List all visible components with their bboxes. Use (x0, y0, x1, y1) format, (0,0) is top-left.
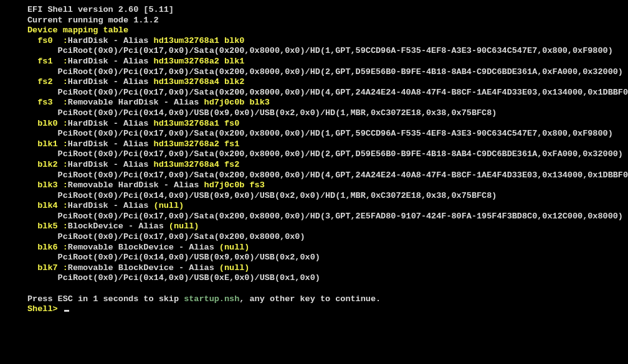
alias-label: Alias (123, 201, 154, 210)
device-path: PciRoot(0x0)/Pci(0x17,0x0)/Sata(0x200,0x… (27, 232, 628, 243)
device-entry: blk0 :HardDisk - Alias hd13um32768a1 fs0 (27, 119, 628, 129)
device-alias: hd13um32768a1 blk0 (154, 36, 245, 45)
device-entry: blk1 :HardDisk - Alias hd13um32768a2 fs1 (27, 139, 628, 150)
device-path: PciRoot(0x0)/Pci(0x17,0x0)/Sata(0x200,0x… (27, 129, 628, 139)
device-name: fs2 : (37, 77, 68, 86)
device-alias: (null) (219, 263, 250, 273)
device-type: HardDisk - (68, 57, 123, 66)
device-entry: fs2 :HardDisk - Alias hd13um32768a4 blk2 (27, 77, 628, 88)
device-name: blk5 : (37, 222, 68, 231)
alias-label: Alias (123, 77, 154, 86)
device-alias: hd13um32768a4 blk2 (154, 77, 245, 86)
device-path: PciRoot(0x0)/Pci(0x14,0x0)/USB(0x9,0x0)/… (27, 253, 628, 263)
device-name: fs0 : (37, 36, 68, 45)
device-path: PciRoot(0x0)/Pci(0x14,0x0)/USB(0xE,0x0)/… (27, 273, 628, 284)
device-type: HardDisk - (68, 77, 123, 86)
device-entry: blk6 :Removable BlockDevice - Alias (nul… (27, 243, 628, 253)
device-type: HardDisk - (68, 201, 123, 210)
cursor-icon (64, 310, 69, 312)
shell-prompt[interactable]: Shell> (27, 304, 628, 315)
device-name: blk7 : (37, 263, 68, 273)
device-type: Removable BlockDevice - (68, 263, 189, 273)
device-path: PciRoot(0x0)/Pci(0x17,0x0)/Sata(0x200,0x… (27, 67, 628, 78)
device-alias: hd13um32768a4 fs2 (154, 160, 240, 169)
footer-press-line: Press ESC in 1 seconds to skip startup.n… (27, 294, 628, 305)
device-path: PciRoot(0x0)/Pci(0x14,0x0)/USB(0x9,0x0)/… (27, 108, 628, 119)
device-entry: blk3 :Removable HardDisk - Alias hd7j0c0… (27, 180, 628, 191)
alias-label: Alias (123, 57, 154, 66)
device-entry: blk7 :Removable BlockDevice - Alias (nul… (27, 263, 628, 274)
alias-label: Alias (189, 243, 219, 252)
device-entry: fs0 :HardDisk - Alias hd13um32768a1 blk0 (27, 36, 628, 47)
alias-label: Alias (123, 36, 154, 45)
alias-label: Alias (174, 98, 204, 107)
alias-label: Alias (174, 180, 204, 190)
device-alias: hd13um32768a2 blk1 (154, 57, 245, 66)
device-name: blk1 : (37, 139, 68, 149)
device-entry: fs3 :Removable HardDisk - Alias hd7j0c0b… (27, 98, 628, 108)
device-type: Removable HardDisk - (68, 98, 174, 107)
device-path: PciRoot(0x0)/Pci(0x17,0x0)/Sata(0x200,0x… (27, 88, 628, 98)
alias-label: Alias (138, 222, 169, 231)
device-type: Removable BlockDevice - (68, 243, 189, 252)
device-name: blk3 : (37, 180, 68, 190)
device-mapping-list: fs0 :HardDisk - Alias hd13um32768a1 blk0… (27, 36, 628, 284)
header-line-version: EFI Shell version 2.60 [5.11] (27, 5, 628, 16)
alias-label: Alias (123, 160, 154, 169)
device-alias: hd7j0c0b fs3 (204, 180, 265, 190)
alias-label: Alias (123, 119, 154, 128)
device-name: fs1 : (37, 57, 68, 66)
device-path: PciRoot(0x0)/Pci(0x14,0x0)/USB(0x9,0x0)/… (27, 191, 628, 202)
device-alias: hd13um32768a2 fs1 (154, 139, 240, 149)
header-line-mode: Current running mode 1.1.2 (27, 16, 628, 26)
alias-label: Alias (189, 263, 219, 273)
device-alias: (null) (154, 201, 184, 210)
device-type: Removable HardDisk - (68, 180, 174, 190)
device-path: PciRoot(0x0)/Pci(0x17,0x0)/Sata(0x200,0x… (27, 212, 628, 222)
device-name: blk4 : (37, 201, 68, 210)
device-entry: blk5 :BlockDevice - Alias (null) (27, 222, 628, 232)
device-alias: (null) (219, 243, 250, 252)
efi-shell-terminal[interactable]: EFI Shell version 2.60 [5.11] Current ru… (27, 5, 628, 315)
device-type: HardDisk - (68, 160, 123, 169)
device-type: HardDisk - (68, 36, 123, 45)
device-type: HardDisk - (68, 119, 123, 128)
header-line-table: Device mapping table (27, 26, 628, 36)
device-type: HardDisk - (68, 139, 123, 149)
blank-line (27, 284, 628, 294)
device-name: blk2 : (37, 160, 68, 169)
device-type: BlockDevice - (68, 222, 138, 231)
device-path: PciRoot(0x0)/Pci(0x17,0x0)/Sata(0x200,0x… (27, 170, 628, 181)
device-alias: hd13um32768a1 fs0 (154, 119, 240, 128)
device-alias: hd7j0c0b blk3 (204, 98, 270, 107)
device-name: blk6 : (37, 243, 68, 252)
device-name: fs3 : (37, 98, 68, 107)
device-path: PciRoot(0x0)/Pci(0x17,0x0)/Sata(0x200,0x… (27, 149, 628, 160)
device-entry: fs1 :HardDisk - Alias hd13um32768a2 blk1 (27, 57, 628, 67)
alias-label: Alias (123, 139, 154, 149)
device-name: blk0 : (37, 119, 68, 128)
device-entry: blk4 :HardDisk - Alias (null) (27, 201, 628, 212)
device-path: PciRoot(0x0)/Pci(0x17,0x0)/Sata(0x200,0x… (27, 46, 628, 57)
device-entry: blk2 :HardDisk - Alias hd13um32768a4 fs2 (27, 160, 628, 170)
device-alias: (null) (169, 222, 199, 231)
